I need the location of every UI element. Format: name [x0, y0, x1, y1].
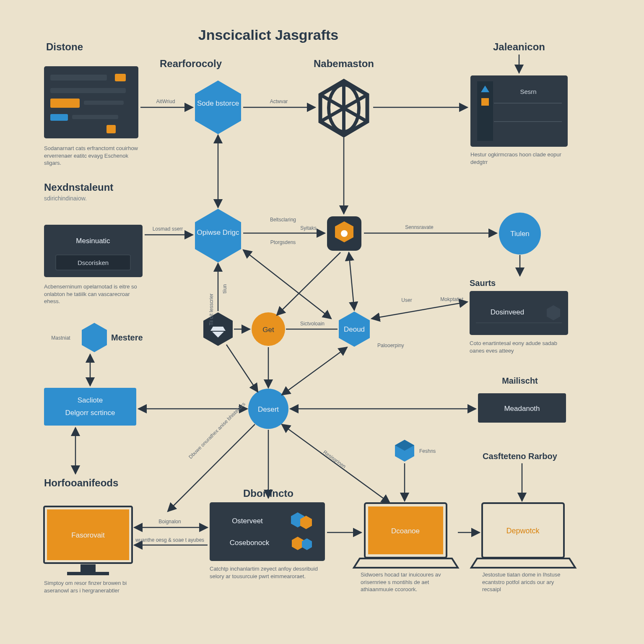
distone-caption: Sodanarnart cats erfranctomt couirhow er…: [44, 145, 138, 167]
syitaks-label: Syitaks: [300, 225, 317, 231]
nexdnstaleunt-sub: sdirichindinaiow.: [44, 195, 87, 202]
tiulen-label: Tiulen: [510, 230, 530, 238]
feshns-label: Feshns: [419, 448, 436, 454]
arrow: [371, 302, 467, 319]
sensravate-label: Sennsravate: [405, 224, 434, 230]
diagram-title: Jnscicalict Jasgrafts: [198, 27, 339, 43]
syitaks-node: [327, 216, 361, 251]
svg-text:Opiwse Drigc: Opiwse Drigc: [197, 229, 239, 236]
dcoanoe-laptop: Dcoanoe: [354, 503, 458, 568]
svg-text:Depwotck: Depwotck: [506, 527, 540, 535]
svg-rect-3: [50, 88, 126, 93]
mestere-label: Mestere: [111, 333, 143, 342]
beltsclaring-label: Beltsclaring: [270, 217, 296, 223]
svg-rect-36: [67, 572, 109, 575]
rearforocoly-heading: Rearforocoly: [160, 58, 222, 69]
jaleanicon-heading: Jaleanicon: [493, 41, 545, 52]
arrow: [282, 347, 347, 395]
sode-hex: Sode bstorce: [195, 80, 241, 134]
depwork-caption: Jestostue tiatan dome in Ihstuse ecantst…: [482, 571, 566, 593]
svg-rect-8: [106, 125, 116, 133]
svg-text:Osterveet: Osterveet: [232, 517, 263, 525]
arrow: [226, 345, 258, 392]
sictvoloain-label: Sictvoloain: [300, 321, 325, 327]
dcoanoe-caption: Sidwoers hocad tar inuicoures av orisern…: [361, 571, 455, 593]
svg-rect-29: [44, 388, 136, 426]
svg-rect-4: [50, 99, 80, 108]
deoud-hex: Deoud: [339, 312, 370, 347]
arrow: [243, 250, 331, 319]
palooerpiny-label: Palooerpiny: [377, 343, 404, 348]
resergn-label: Resisgrinen: [322, 449, 347, 470]
ptorgsdens-label: Ptorgsdens: [270, 239, 296, 245]
mailischt-heading: Mailischt: [502, 376, 538, 385]
svg-rect-5: [84, 101, 124, 105]
svg-rect-1: [50, 75, 107, 80]
depwork-laptop: Depwotck: [471, 503, 575, 568]
dborlincto-heading: Dborlincto: [243, 488, 293, 499]
tiioit-label: Tii oit lesscrier: [208, 293, 214, 325]
mesinuatic-caption: Acbenserninum opelarnotad is eitre so on…: [44, 283, 143, 305]
distone-panel: [44, 66, 138, 138]
mestere-hex: [82, 323, 107, 352]
svg-text:Deoud: Deoud: [344, 325, 365, 333]
meadanoth-label: Meadanoth: [504, 405, 540, 413]
svg-rect-2: [115, 74, 126, 81]
horfooanifeods-caption: Simptoy om resor finzer browen bi aseran…: [44, 579, 134, 594]
jaleanicon-caption: Hestur ogkirmcraos hoon clade eopur dedg…: [470, 151, 568, 166]
svg-text:Dosinveed: Dosinveed: [491, 308, 524, 316]
saurts-caption: Coto enartintesal eony adude sadab oanes…: [470, 340, 568, 354]
boignalon-label: Boignalon: [158, 519, 181, 525]
feshns-hex: [395, 440, 414, 462]
nabemaston-heading: Nabemaston: [314, 58, 374, 69]
svg-point-24: [341, 230, 348, 237]
sesrn-label: Sesrn: [520, 88, 536, 95]
saurts-heading: Saurts: [470, 278, 496, 288]
arrow: [349, 252, 354, 310]
cage-icon: [320, 81, 367, 135]
svg-text:Sode bstorce: Sode bstorce: [197, 99, 239, 107]
user-label: User: [401, 297, 412, 303]
svg-rect-12: [481, 98, 489, 106]
svg-text:Mesinuatic: Mesinuatic: [76, 237, 110, 245]
svg-text:Delgorr scrtince: Delgorr scrtince: [65, 409, 115, 417]
sacliote-box: Sacliote Delgorr scrtince: [44, 388, 136, 426]
acwvar-label: Actwvar: [270, 99, 288, 104]
dbuwe-label: Dbuwe onurathex anise bhistebbrs: [187, 401, 247, 460]
fasorovait-monitor: Fasorovait: [44, 506, 132, 575]
get-label: Get: [262, 326, 274, 334]
svg-text:Dscorisken: Dscorisken: [78, 259, 109, 266]
mesinuatic-card: Mesinuatic Dscorisken: [44, 225, 143, 277]
svg-text:Fasorovait: Fasorovait: [71, 531, 105, 539]
horfooanifeods-heading: Horfooanifeods: [44, 477, 118, 488]
opiwse-hex: Opiwse Drigc: [195, 209, 241, 262]
mokptatist-label: Mokptatist: [440, 296, 463, 302]
wuanthe-label: wuanthe oesg & soae t ayubes: [135, 537, 204, 543]
mastnic-label: Mastniat: [51, 335, 70, 341]
svg-rect-35: [80, 564, 96, 572]
jaleanicon-panel: Sesrn: [470, 75, 568, 147]
distone-heading: Distone: [46, 41, 83, 52]
tiun-label: tiiun: [222, 284, 228, 293]
dborlincto-caption: Catchtp inchanlartim zeyect anfoy dessri…: [210, 565, 325, 580]
svg-text:Cosebonock: Cosebonock: [230, 539, 270, 547]
desert-label: Desert: [258, 405, 279, 413]
svg-text:Dcoanoe: Dcoanoe: [391, 527, 420, 535]
svg-rect-6: [50, 114, 68, 121]
aitwriud-label: AitWriud: [156, 99, 175, 104]
svg-rect-7: [72, 115, 118, 119]
losmad-label: Losmad sserr: [153, 226, 183, 232]
osterveet-card: Osterveet Cosebonock: [210, 502, 325, 561]
svg-text:Sacliote: Sacliote: [78, 396, 103, 404]
casttenok-heading: Casfteteno Rarboy: [483, 452, 558, 461]
svg-rect-37: [210, 502, 325, 561]
dosinveed-card: Dosinveed: [470, 291, 568, 335]
navy-hex: [203, 312, 233, 346]
nexdnstaleunt-heading: Nexdnstaleunt: [44, 182, 113, 193]
